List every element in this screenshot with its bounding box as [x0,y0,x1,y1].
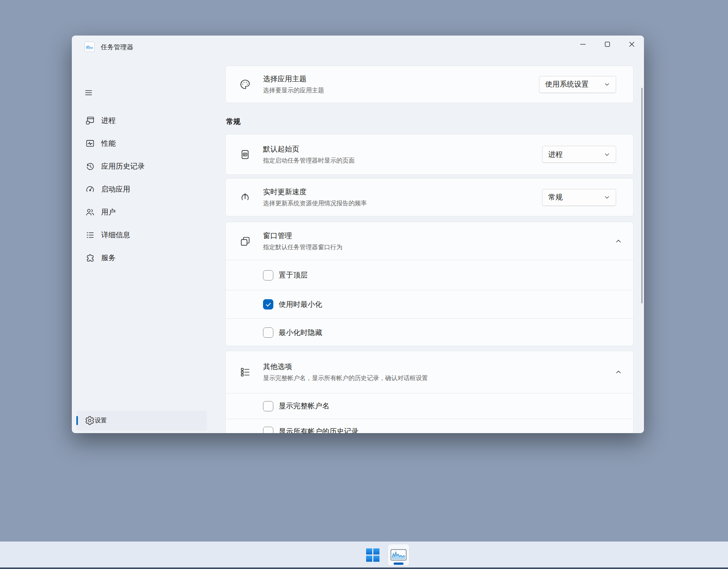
taskbar-task-manager-button[interactable] [388,544,409,566]
gear-icon [85,416,95,426]
start-button[interactable] [362,544,383,566]
startup-apps-icon [85,184,95,195]
update-speed-subtitle: 选择更新系统资源使用情况报告的频率 [263,200,367,208]
chevron-down-icon [604,81,610,87]
start-page-icon [239,149,251,160]
navigation-menu-button[interactable] [80,85,97,100]
option-row-always-on-top[interactable]: 置于顶层 [226,260,633,290]
option-row-hide-when-minimized[interactable]: 最小化时隐藏 [226,318,633,347]
show-history-all-accounts-checkbox[interactable] [263,427,273,434]
checkbox-label: 显示所有帐户的历史记录 [279,427,358,433]
settings-page: 选择应用主题 选择要显示的应用主题 使用系统设置 常规 默认起始页 [225,35,634,433]
task-manager-chart-icon [391,549,407,561]
option-row-minimize-on-use[interactable]: 使用时最小化 [226,290,633,318]
active-app-indicator [394,563,404,565]
sidebar-item-label: 性能 [101,139,116,148]
taskbar [0,542,728,569]
sidebar-nav: 进程 性能 应用历史记 [76,111,207,268]
sidebar-item-label: 用户 [101,207,116,217]
options-list-icon [239,366,251,378]
details-icon [85,230,95,240]
default-start-page-value: 进程 [548,150,563,160]
window-management-header[interactable]: 窗口管理 指定默认任务管理器窗口行为 [226,222,633,260]
window-management-icon [239,235,251,247]
other-options-card: 其他选项 显示完整帐户名，显示所有帐户的历史记录，确认对话框设置 显示完整帐户名… [225,351,634,433]
window-management-subtitle: 指定默认任务管理器窗口行为 [263,243,342,251]
sidebar-item-performance[interactable]: 性能 [76,134,207,153]
sidebar-item-services[interactable]: 服务 [76,248,207,268]
checkbox-label: 置于顶层 [279,270,308,280]
hide-when-minimized-checkbox[interactable] [263,327,273,338]
sidebar-item-processes[interactable]: 进程 [76,111,207,130]
start-page-subtitle: 指定启动任务管理器时显示的页面 [263,157,355,165]
sidebar-item-label: 详细信息 [101,230,130,240]
theme-dropdown-value: 使用系统设置 [545,79,589,89]
checkbox-label: 显示完整帐户名 [279,401,329,411]
chevron-down-icon [604,194,610,200]
update-speed-value: 常规 [548,192,563,202]
other-options-header[interactable]: 其他选项 显示完整帐户名，显示所有帐户的历史记录，确认对话框设置 [226,351,633,393]
theme-dropdown[interactable]: 使用系统设置 [539,76,616,93]
chevron-up-icon[interactable] [615,238,622,245]
sidebar-item-app-history[interactable]: 应用历史记录 [76,157,207,176]
default-start-page-dropdown[interactable]: 进程 [542,146,616,163]
theme-subtitle: 选择要显示的应用主题 [263,87,324,95]
hamburger-icon [84,88,93,97]
vertical-scrollbar[interactable] [641,88,642,303]
sidebar-item-label: 应用历史记录 [101,161,145,171]
option-row-show-history-all-accounts[interactable]: 显示所有帐户的历史记录 [226,419,633,433]
sidebar-item-details[interactable]: 详细信息 [76,226,207,245]
speed-gauge-icon [239,192,251,203]
start-page-title: 默认起始页 [263,144,355,154]
theme-title: 选择应用主题 [263,74,324,84]
windows-logo-icon [366,548,379,562]
users-icon [85,207,95,218]
other-options-subtitle: 显示完整帐户名，显示所有帐户的历史记录，确认对话框设置 [263,374,428,382]
palette-icon [239,79,251,90]
sidebar: 进程 性能 应用历史记 [72,58,211,433]
sidebar-item-label: 启动应用 [101,184,130,194]
checkbox-label: 使用时最小化 [279,300,322,309]
app-logo-chart-icon [84,42,95,52]
show-full-account-name-checkbox[interactable] [263,401,273,411]
sidebar-item-settings-selected[interactable]: 设置 [76,411,207,430]
selection-indicator [76,416,78,425]
theme-card: 选择应用主题 选择要显示的应用主题 使用系统设置 [225,66,634,103]
window-management-title: 窗口管理 [263,231,342,241]
sidebar-item-label: 设置 [95,417,107,425]
sidebar-item-startup-apps[interactable]: 启动应用 [76,180,207,199]
window-management-card: 窗口管理 指定默认任务管理器窗口行为 置于顶层 使用时最小化 [225,222,634,346]
performance-icon [85,138,95,149]
chevron-down-icon [604,152,610,158]
sidebar-item-label: 服务 [101,253,116,263]
chevron-up-icon[interactable] [615,369,622,376]
services-icon [85,253,95,263]
sidebar-item-users[interactable]: 用户 [76,203,207,222]
always-on-top-checkbox[interactable] [263,270,273,280]
update-speed-title: 实时更新速度 [263,187,367,197]
update-speed-dropdown[interactable]: 常规 [542,189,616,206]
other-options-title: 其他选项 [263,362,428,372]
window-title: 任务管理器 [101,43,133,52]
sidebar-item-label: 进程 [101,116,116,126]
minimize-on-use-checkbox[interactable] [263,299,273,309]
desktop: { "app": { "title": "任务管理器" }, "sidebar"… [0,0,728,569]
processes-icon [85,115,95,126]
update-speed-card: 实时更新速度 选择更新系统资源使用情况报告的频率 常规 [225,178,634,216]
section-header-general: 常规 [226,117,241,127]
check-icon [265,301,272,308]
task-manager-window: 任务管理器 [72,35,644,433]
app-history-icon [85,161,95,172]
option-row-show-full-account-name[interactable]: 显示完整帐户名 [226,393,633,419]
checkbox-label: 最小化时隐藏 [279,328,322,338]
default-start-page-card: 默认起始页 指定启动任务管理器时显示的页面 进程 [225,134,634,175]
